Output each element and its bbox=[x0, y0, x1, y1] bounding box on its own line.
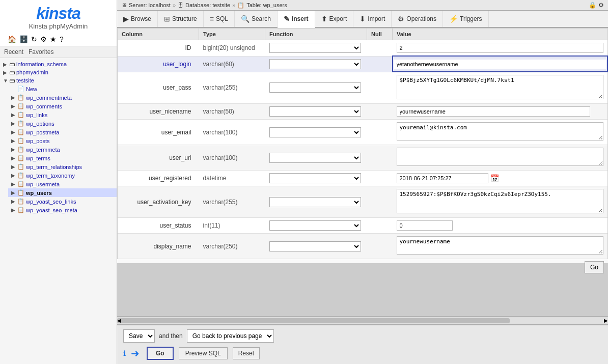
tree-wp-comments[interactable]: ▶ 📋 wp_comments bbox=[8, 102, 117, 110]
tree-phpmyadmin[interactable]: ▶ 🗃 phpmyadmin bbox=[0, 68, 117, 76]
operations-button[interactable]: ⚙ Operations bbox=[392, 11, 443, 27]
tree-wp-commentmeta[interactable]: ▶ 📋 wp_commentmeta bbox=[8, 93, 117, 102]
function-select[interactable] bbox=[269, 43, 361, 53]
tree-wp-posts[interactable]: ▶ 📋 wp_posts bbox=[8, 136, 117, 145]
scrollbar-thumb[interactable] bbox=[117, 318, 510, 323]
tree-wp-term-relationships[interactable]: ▶ 📋 wp_term_relationships bbox=[8, 162, 117, 171]
tree-toggle[interactable]: ▶ bbox=[11, 112, 17, 118]
import-button[interactable]: ⬇ Import bbox=[353, 11, 392, 27]
tree-toggle[interactable]: ▶ bbox=[11, 121, 17, 126]
favorites-link[interactable]: Favorites bbox=[29, 48, 53, 55]
help-icon[interactable]: ? bbox=[60, 35, 64, 43]
go-button[interactable]: Go bbox=[147, 347, 174, 360]
database-icon[interactable]: 🗄️ bbox=[19, 35, 28, 43]
tree-wp-options[interactable]: ▶ 📋 wp_options bbox=[8, 119, 117, 128]
cell-column: user_login bbox=[118, 56, 199, 72]
search-icon: 🔍 bbox=[241, 15, 250, 23]
tree-toggle[interactable]: ▶ bbox=[11, 95, 17, 100]
display-name-input[interactable]: yournewusername bbox=[397, 236, 604, 255]
user-pass-input[interactable]: $P$Bjz5XYTg1GOLc6KMBKUt/djMN.7kst1 bbox=[397, 75, 604, 99]
tree-wp-term-taxonomy[interactable]: ▶ 📋 wp_term_taxonomy bbox=[8, 171, 117, 180]
triggers-button[interactable]: ⚡ Triggers bbox=[443, 11, 489, 27]
user-nicename-input[interactable] bbox=[397, 106, 590, 117]
table-icon: 📋 bbox=[17, 181, 24, 187]
col-header-value: Value bbox=[393, 29, 608, 40]
tree-toggle[interactable]: ▶ bbox=[3, 62, 9, 67]
tree-toggle[interactable]: ▶ bbox=[11, 181, 17, 187]
tree-new[interactable]: 📄 New bbox=[8, 85, 117, 93]
sql-button[interactable]: ≡ SQL bbox=[204, 11, 235, 27]
tree-toggle[interactable]: ▶ bbox=[11, 173, 17, 178]
insert-label: Insert bbox=[292, 15, 309, 22]
user-url-input[interactable] bbox=[397, 148, 604, 166]
insert-button[interactable]: ✎ Insert bbox=[278, 11, 315, 28]
refresh-icon[interactable]: ↻ bbox=[31, 35, 37, 43]
tree-toggle[interactable]: ▶ bbox=[11, 147, 17, 152]
tree-wp-usermeta[interactable]: ▶ 📋 wp_usermeta bbox=[8, 180, 117, 188]
user-activation-key-input[interactable]: 1529565927:$P$BfKOVzr3g50kzCqi2s6IeprZ3O… bbox=[397, 189, 604, 213]
tree-label: wp_yoast_seo_links bbox=[26, 199, 76, 205]
tree-toggle[interactable]: ▶ bbox=[11, 155, 17, 161]
function-select[interactable] bbox=[269, 220, 361, 231]
function-select[interactable] bbox=[269, 197, 361, 207]
scroll-right-arrow[interactable]: ▶ bbox=[604, 318, 608, 323]
tree-toggle[interactable]: ▶ bbox=[11, 199, 17, 204]
save-select[interactable]: Save bbox=[123, 329, 155, 343]
tree-toggle[interactable]: ▶ bbox=[11, 164, 17, 170]
user-email-input[interactable]: youremail@kinsta.com bbox=[397, 122, 604, 141]
tree-toggle[interactable]: ▶ bbox=[3, 70, 9, 75]
scroll-left-arrow[interactable]: ◀ bbox=[117, 318, 121, 323]
search-button[interactable]: 🔍 Search bbox=[235, 11, 278, 27]
tree-toggle[interactable]: ▶ bbox=[11, 129, 17, 135]
cell-value: youremail@kinsta.com bbox=[393, 120, 608, 145]
function-select[interactable] bbox=[269, 106, 361, 117]
function-select[interactable] bbox=[269, 153, 361, 163]
user-status-input[interactable] bbox=[397, 220, 453, 231]
value-input[interactable] bbox=[397, 43, 604, 53]
export-button[interactable]: ⬆ Export bbox=[315, 11, 354, 27]
user-registered-input[interactable] bbox=[397, 173, 488, 183]
function-select[interactable] bbox=[269, 59, 361, 69]
go-right-button[interactable]: Go bbox=[585, 261, 604, 273]
tree-wp-postmeta[interactable]: ▶ 📋 wp_postmeta bbox=[8, 128, 117, 136]
calendar-icon[interactable]: 📅 bbox=[490, 174, 499, 182]
server-label: Server: localhost bbox=[129, 2, 171, 8]
go-back-select[interactable]: Go back to previous page bbox=[187, 329, 274, 343]
tree-wp-termmeta[interactable]: ▶ 📋 wp_termmeta bbox=[8, 145, 117, 154]
tree-toggle[interactable]: ▼ bbox=[3, 78, 9, 83]
home-icon[interactable]: 🏠 bbox=[8, 35, 16, 43]
function-select[interactable] bbox=[269, 82, 361, 93]
cell-value bbox=[393, 218, 608, 234]
tree-label: wp_links bbox=[26, 112, 47, 118]
tree-wp-yoast-seo-meta[interactable]: ▶ 📋 wp_yoast_seo_meta bbox=[8, 206, 117, 214]
tree-information-schema[interactable]: ▶ 🗃 information_schema bbox=[0, 60, 117, 68]
function-select[interactable] bbox=[269, 241, 361, 251]
tree-wp-terms[interactable]: ▶ 📋 wp_terms bbox=[8, 154, 117, 162]
tree-toggle[interactable]: ▶ bbox=[11, 103, 17, 109]
info-icon[interactable]: ℹ bbox=[123, 349, 126, 357]
tree-toggle[interactable]: ▶ bbox=[11, 207, 17, 213]
function-select[interactable] bbox=[269, 173, 361, 183]
tree-toggle[interactable]: ▶ bbox=[11, 190, 17, 195]
browse-button[interactable]: ▶ Browse bbox=[117, 11, 158, 27]
function-select[interactable] bbox=[269, 127, 361, 137]
cell-value: $P$Bjz5XYTg1GOLc6KMBKUt/djMN.7kst1 bbox=[393, 72, 608, 104]
horizontal-scrollbar[interactable]: ◀ ▶ bbox=[117, 316, 608, 324]
title-bar: 🖥 Server: localhost » 🗄 Database: testsi… bbox=[117, 0, 608, 11]
reset-button[interactable]: Reset bbox=[233, 347, 260, 359]
user-login-input[interactable] bbox=[394, 60, 606, 69]
structure-button[interactable]: ⊞ Structure bbox=[158, 11, 204, 27]
cell-function bbox=[265, 171, 367, 186]
tree-wp-yoast-seo-links[interactable]: ▶ 📋 wp_yoast_seo_links bbox=[8, 197, 117, 206]
cell-column: user_activation_key bbox=[118, 186, 199, 218]
tree-wp-links[interactable]: ▶ 📋 wp_links bbox=[8, 110, 117, 119]
recent-link[interactable]: Recent bbox=[4, 48, 23, 55]
gear-icon-title[interactable]: ⚙ bbox=[598, 2, 604, 9]
settings-icon[interactable]: ⚙ bbox=[40, 35, 47, 43]
tree-toggle[interactable]: ▶ bbox=[11, 138, 17, 144]
search-label: Search bbox=[252, 15, 271, 22]
tree-testsite[interactable]: ▼ 🗃 testsite bbox=[0, 76, 117, 85]
preview-sql-button[interactable]: Preview SQL bbox=[179, 347, 228, 359]
tree-wp-users[interactable]: ▶ 📋 wp_users bbox=[8, 188, 117, 197]
favorite-icon[interactable]: ★ bbox=[50, 35, 57, 43]
